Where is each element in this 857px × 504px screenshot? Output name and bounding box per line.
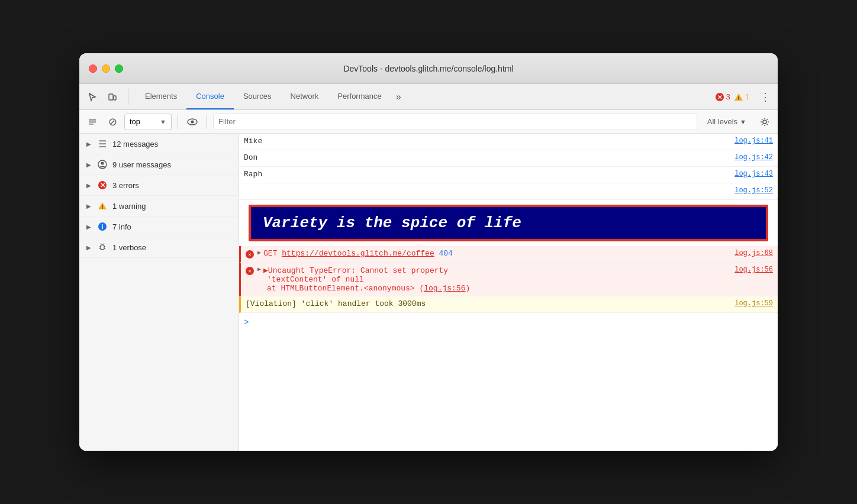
tab-network[interactable]: Network [281, 84, 328, 109]
log-link-56[interactable]: log.js:56 [725, 266, 773, 274]
error-status: 404 [439, 249, 453, 258]
svg-rect-8 [89, 124, 94, 125]
tab-elements[interactable]: Elements [136, 84, 186, 109]
console-text: Don [244, 153, 725, 162]
sidebar-item-verbose[interactable]: ▶ 1 verbose [79, 237, 239, 258]
error-url[interactable]: https://devtools.glitch.me/coffee [282, 249, 434, 258]
console-row-don[interactable]: Don log.js:42 [239, 150, 778, 167]
close-button[interactable] [89, 64, 97, 73]
tab-performance[interactable]: Performance [328, 84, 391, 109]
verbose-icon [97, 242, 108, 253]
console-row-error-2[interactable]: ✕ ▶ ▶Uncaught TypeError: Cannot set prop… [239, 263, 778, 296]
variety-container: Variety is the spice of life [239, 200, 778, 246]
error-icon: ✕ [97, 180, 108, 190]
svg-rect-0 [109, 94, 113, 100]
list-icon: ☰ [97, 138, 108, 149]
toolbar-divider-2 [207, 115, 207, 129]
console-row-error-1[interactable]: ✕ ▶ GET https://devtools.glitch.me/coffe… [239, 246, 778, 263]
user-circle-icon [98, 160, 107, 169]
svg-text:✕: ✕ [100, 182, 105, 189]
arrow-icon: ▶ [86, 161, 91, 168]
error-stacktrace-link[interactable]: log.js:56 [424, 284, 465, 293]
filter-input[interactable] [213, 114, 697, 130]
tabs-bar: Elements Console Sources Network Perform… [79, 84, 778, 110]
sidebar-item-info[interactable]: ▶ i 7 info [79, 217, 239, 237]
cursor-icon [88, 92, 97, 102]
sidebar-item-user-messages[interactable]: ▶ 9 user messages [79, 154, 239, 175]
tab-icon-group [84, 89, 128, 105]
devtools-menu-button[interactable]: ⋮ [758, 88, 773, 106]
console-row-mike[interactable]: Mike log.js:41 [239, 134, 778, 150]
warning-triangle-icon: ! [734, 92, 743, 102]
tabs-list: Elements Console Sources Network Perform… [136, 84, 715, 109]
warning-badge: ! 1 [734, 92, 749, 102]
tab-status: ✕ 3 ! 1 ⋮ [715, 88, 773, 106]
svg-text:i: i [101, 223, 103, 230]
console-text-warning: [Violation] 'click' handler took 3000ms [246, 299, 725, 308]
svg-text:✕: ✕ [717, 94, 722, 101]
log-link-42[interactable]: log.js:42 [725, 153, 773, 161]
no-symbol-button[interactable]: ⊘ [104, 114, 121, 130]
console-text: Mike [244, 137, 725, 146]
console-text-error-2-line1: ▶Uncaught TypeError: Cannot set property [263, 266, 725, 275]
console-prompt[interactable]: > [239, 313, 778, 332]
context-selector[interactable]: top ▼ [124, 114, 172, 130]
arrow-icon: ▶ [86, 224, 91, 230]
sidebar-item-errors[interactable]: ▶ ✕ 3 errors [79, 175, 239, 196]
sidebar: ▶ ☰ 12 messages ▶ 9 user messages [79, 134, 239, 451]
warning-triangle-icon: ! [98, 201, 107, 211]
more-tabs-button[interactable]: » [391, 92, 406, 102]
inspect-icon-button[interactable] [84, 89, 101, 105]
minimize-button[interactable] [102, 64, 110, 73]
error-icon-2: ✕ [246, 267, 254, 275]
levels-arrow: ▼ [740, 118, 746, 125]
error-icon: ✕ [246, 250, 254, 259]
warning-icon: ! [97, 201, 108, 211]
info-circle-icon: i [98, 222, 107, 231]
user-icon [97, 159, 108, 170]
error-circle-icon: ✕ [98, 180, 107, 190]
main-content: ▶ ☰ 12 messages ▶ 9 user messages [79, 134, 778, 451]
console-row-raph[interactable]: Raph log.js:43 [239, 167, 778, 183]
traffic-lights [89, 64, 123, 73]
log-link-41[interactable]: log.js:41 [725, 137, 773, 145]
error-2-top: ✕ ▶ ▶Uncaught TypeError: Cannot set prop… [246, 266, 773, 275]
svg-rect-1 [114, 96, 116, 100]
clear-messages-button[interactable] [84, 114, 101, 130]
maximize-button[interactable] [115, 64, 123, 73]
toolbar-divider [178, 115, 178, 129]
variety-box: Variety is the spice of life [249, 205, 768, 241]
svg-rect-20 [101, 245, 104, 250]
log-link-43[interactable]: log.js:43 [725, 170, 773, 178]
title-bar: DevTools - devtools.glitch.me/console/lo… [79, 53, 778, 84]
log-link-68[interactable]: log.js:68 [725, 249, 773, 257]
console-row-warning[interactable]: [Violation] 'click' handler took 3000ms … [239, 296, 778, 313]
sidebar-item-warnings[interactable]: ▶ ! 1 warning [79, 196, 239, 217]
log-link-52[interactable]: log.js:52 [725, 186, 773, 195]
svg-point-11 [763, 120, 766, 124]
log-link-59[interactable]: log.js:59 [725, 299, 773, 308]
svg-rect-7 [89, 121, 96, 122]
arrow-icon: ▶ [86, 244, 91, 251]
levels-selector[interactable]: All levels ▼ [701, 114, 753, 130]
context-arrow: ▼ [160, 118, 166, 125]
console-panel: Mike log.js:41 Don log.js:42 Raph log.js… [239, 134, 778, 451]
gear-icon [760, 117, 769, 127]
svg-line-25 [101, 244, 101, 245]
devtools-window: DevTools - devtools.glitch.me/console/lo… [79, 53, 778, 451]
eye-button[interactable] [184, 114, 201, 130]
device-icon [108, 92, 117, 102]
clear-icon [88, 117, 97, 127]
svg-line-26 [104, 244, 104, 245]
settings-button[interactable] [756, 114, 773, 130]
svg-text:!: ! [737, 95, 739, 101]
expand-arrow-2: ▶ [257, 266, 261, 273]
window-title: DevTools - devtools.glitch.me/console/lo… [343, 64, 513, 73]
tab-sources[interactable]: Sources [234, 84, 281, 109]
tab-console[interactable]: Console [186, 84, 234, 109]
sidebar-item-all-messages[interactable]: ▶ ☰ 12 messages [79, 134, 239, 154]
console-row-empty[interactable]: log.js:52 [239, 183, 778, 200]
device-toolbar-icon-button[interactable] [104, 89, 121, 105]
info-icon: i [97, 221, 108, 232]
arrow-icon: ▶ [86, 182, 91, 189]
